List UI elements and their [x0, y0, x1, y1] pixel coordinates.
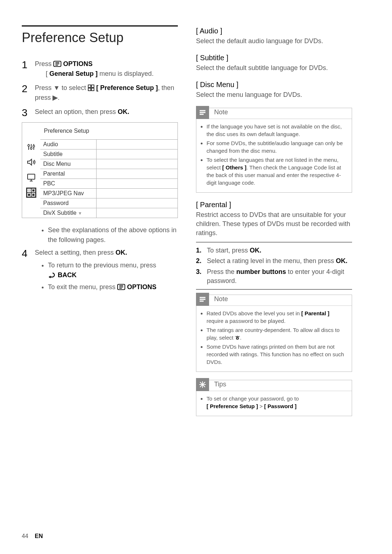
menu-row: Audio	[40, 140, 177, 149]
step-result-pre: [	[46, 70, 49, 77]
menu-item: Subtitle	[40, 149, 97, 159]
step-number: 4	[22, 249, 29, 259]
svg-rect-5	[91, 85, 94, 87]
ok-label: OK.	[115, 249, 127, 256]
menu-row: Subtitle	[40, 149, 177, 159]
step-text: Press	[35, 60, 52, 67]
tips-label: Tips	[209, 378, 226, 391]
tips-box: Tips To set or change your password, go …	[196, 380, 352, 416]
chevron-down-icon: ▼	[78, 211, 82, 216]
note-label: Note	[209, 106, 228, 119]
note-label: Note	[209, 293, 228, 305]
menu-item: PBC	[40, 179, 97, 188]
menu-item: Audio	[40, 140, 97, 149]
menu-item: Password	[40, 198, 97, 208]
note-item: Some DVDs have ratings printed on them b…	[207, 343, 347, 366]
svg-point-10	[33, 145, 35, 147]
svg-point-8	[28, 145, 30, 147]
step-text: Select a setting, then press	[35, 249, 115, 256]
options-icon	[117, 283, 125, 290]
step-number: 1	[22, 60, 29, 70]
note-icon	[196, 293, 209, 306]
audio-heading: [ Audio ]	[196, 27, 352, 35]
back-label: BACK	[58, 271, 77, 279]
tips-icon	[196, 378, 209, 391]
svg-point-9	[30, 148, 32, 149]
page-number: 44	[22, 533, 28, 539]
menu-row: Parental	[40, 169, 177, 179]
menu-item: Disc Menu	[40, 159, 97, 169]
note-item: Rated DVDs above the level you set in [ …	[207, 309, 347, 325]
svg-rect-6	[88, 88, 91, 91]
audio-desc: Select the default audio language for DV…	[196, 37, 352, 46]
page-footer: 44 EN	[22, 533, 43, 539]
grid-selected-icon	[26, 187, 37, 198]
subtitle-heading: [ Subtitle ]	[196, 54, 352, 62]
note-icon	[196, 106, 209, 119]
options-icon	[53, 60, 61, 67]
step-1: 1 Press OPTIONS [ General Setup ] menu i…	[22, 59, 178, 79]
step-4: 4 Select a setting, then press OK. To re…	[22, 248, 178, 295]
parental-heading: [ Parental ]	[196, 201, 352, 209]
tips-item: To set or change your password, go to [ …	[207, 395, 347, 410]
menu-header: Preference Setup	[22, 123, 177, 139]
exit-bullet: To exit the menu, press OPTIONS	[48, 282, 178, 292]
down-arrow-icon: ▼	[53, 84, 60, 91]
step-3: 3 Select an option, then press OK.	[22, 107, 178, 118]
svg-rect-11	[28, 174, 35, 179]
preference-setup-menu: Preference Setup Audio Subtitle Disc Men…	[22, 122, 178, 218]
note-box: Note If the language you have set is not…	[196, 108, 352, 193]
menu-item: MP3/JPEG Nav	[40, 189, 97, 198]
page-title: Preference Setup	[22, 25, 178, 45]
menu-row: Disc Menu	[40, 159, 177, 169]
options-label: OPTIONS	[63, 60, 93, 67]
step-number: 2	[22, 84, 29, 94]
discmenu-heading: [ Disc Menu ]	[196, 81, 352, 89]
options-label: OPTIONS	[127, 283, 156, 291]
step-2: 2 Press ▼ to select [ Preference Setup ]…	[22, 83, 178, 103]
note-box: Note Rated DVDs above the level you set …	[196, 295, 352, 372]
right-arrow-icon: ▶	[53, 94, 58, 101]
preference-setup-label: [ Preference Setup ]	[96, 84, 158, 91]
ok-label: OK.	[118, 108, 129, 115]
page-lang: EN	[35, 533, 43, 539]
svg-rect-7	[91, 88, 94, 91]
back-icon	[48, 271, 56, 278]
grid-icon	[88, 84, 94, 91]
menu-item: Parental	[40, 169, 97, 178]
monitor-icon	[26, 172, 37, 183]
step-text: Select an option, then press	[35, 108, 118, 115]
note-item: The ratings are country-dependent. To al…	[207, 326, 347, 341]
step-number: 3	[22, 108, 29, 118]
step-text: to select	[60, 84, 88, 91]
menu-row: PBC	[40, 179, 177, 189]
menu-row: MP3/JPEG Nav	[40, 189, 177, 198]
step-result-post: menu is displayed.	[98, 70, 154, 77]
parental-desc: Restrict access to DVDs that are unsuita…	[196, 210, 352, 238]
menu-row: Password	[40, 198, 177, 208]
speaker-icon	[26, 157, 37, 168]
slider-icon	[26, 141, 37, 152]
note-item: To select the languages that are not lis…	[207, 156, 347, 186]
return-bullet: To return to the previous menu, press BA…	[48, 260, 178, 280]
svg-rect-4	[88, 85, 91, 87]
note-item: If the language you have set is not avai…	[207, 123, 347, 138]
parental-steps: 1.To start, press OK. 2.Select a rating …	[196, 242, 352, 290]
general-setup-label: General Setup ]	[49, 70, 98, 77]
menu-row: DivX Subtitle▼	[40, 208, 177, 218]
explanation-note: See the explanations of the above option…	[48, 225, 178, 245]
menu-item: DivX Subtitle▼	[40, 208, 97, 218]
subtitle-desc: Select the default subtitle language for…	[196, 63, 352, 73]
note-item: For some DVDs, the subtitle/audio langua…	[207, 139, 347, 155]
discmenu-desc: Select the menu language for DVDs.	[196, 90, 352, 99]
step-text: Press	[35, 84, 53, 91]
